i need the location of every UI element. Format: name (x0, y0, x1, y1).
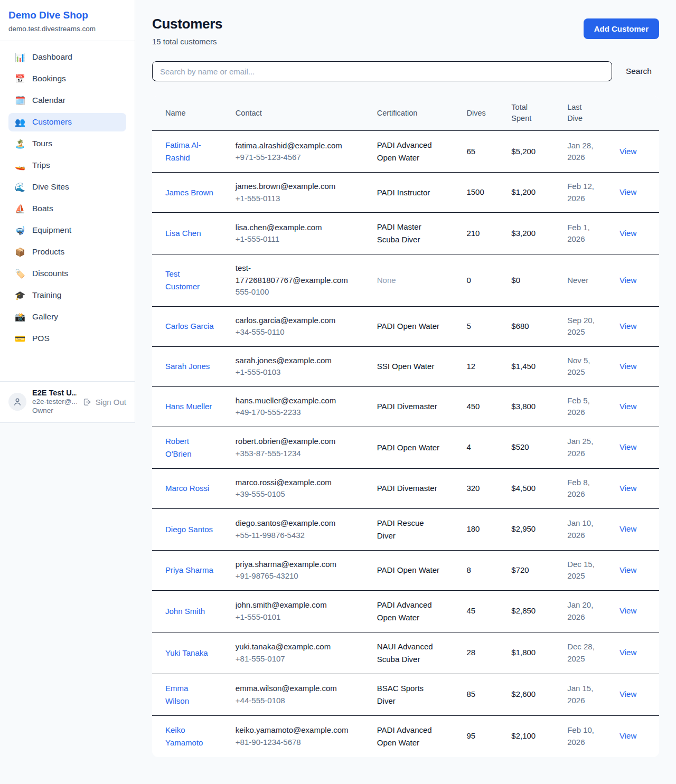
shop-domain: demo.test.divestreams.com (8, 25, 126, 33)
sidebar-item-tours[interactable]: 🏝️ Tours (8, 135, 126, 153)
customer-total-spent: $1,800 (511, 648, 536, 657)
customer-name-link[interactable]: Carlos Garcia (165, 320, 214, 333)
sidebar-item-label: Bookings (32, 74, 66, 83)
people-icon: 👥 (15, 117, 25, 127)
table-row: Yuki Tanaka yuki.tanaka@example.com +81-… (152, 632, 659, 674)
sidebar-item-dive-sites[interactable]: 🌊 Dive Sites (8, 178, 126, 196)
avatar (8, 393, 26, 411)
sidebar-item-label: Gallery (32, 312, 58, 322)
table-row: Priya Sharma priya.sharma@example.com +9… (152, 550, 659, 590)
view-customer-link[interactable]: View (619, 689, 636, 698)
sidebar-item-dashboard[interactable]: 📊 Dashboard (8, 48, 126, 67)
customer-last-dive: Jan 28, 2026 (567, 140, 600, 164)
sidebar-item-bookings[interactable]: 📅 Bookings (8, 70, 126, 88)
sidebar-item-products[interactable]: 📦 Products (8, 243, 126, 261)
customer-dives: 8 (466, 565, 471, 574)
customer-dives: 95 (466, 731, 475, 740)
sidebar-item-gallery[interactable]: 📸 Gallery (8, 308, 126, 326)
customer-dives: 320 (466, 484, 480, 493)
customer-name-link[interactable]: Robert O'Brien (165, 435, 214, 460)
sidebar-item-calendar[interactable]: 🗓️ Calendar (8, 91, 126, 110)
sidebar-item-pos[interactable]: 💳 POS (8, 329, 126, 348)
customer-phone: +1-555-0101 (236, 611, 364, 624)
customer-total-spent: $1,200 (511, 187, 536, 196)
island-icon: 🏝️ (15, 139, 25, 149)
view-customer-link[interactable]: View (619, 442, 636, 451)
view-customer-link[interactable]: View (619, 322, 636, 330)
customer-certification: PADI Advanced Open Water (377, 139, 442, 164)
customer-name-link[interactable]: Test Customer (165, 268, 214, 293)
bar-chart-icon: 📊 (15, 52, 25, 62)
customer-name-link[interactable]: Emma Wilson (165, 682, 214, 707)
sidebar-item-label: Calendar (32, 96, 65, 105)
table-row: James Brown james.brown@example.com +1-5… (152, 173, 659, 213)
view-customer-link[interactable]: View (619, 276, 636, 285)
sidebar-item-discounts[interactable]: 🏷️ Discounts (8, 265, 126, 283)
customer-total-spent: $3,200 (511, 229, 536, 238)
customer-last-dive: Feb 5, 2026 (567, 395, 600, 419)
sidebar-item-label: Boats (32, 204, 53, 213)
sidebar-item-training[interactable]: 🎓 Training (8, 286, 126, 305)
customer-certification: PADI Open Water (377, 441, 439, 454)
customer-name-link[interactable]: James Brown (165, 186, 213, 199)
search-button[interactable]: Search (618, 67, 659, 76)
user-info: E2E Test U... e2e-tester@... Owner (32, 389, 77, 415)
view-customer-link[interactable]: View (619, 484, 636, 493)
view-customer-link[interactable]: View (619, 648, 636, 657)
search-input[interactable] (152, 61, 612, 81)
customer-phone: 555-0100 (236, 286, 364, 298)
customer-certification: PADI Advanced Open Water (377, 724, 442, 749)
sidebar-item-equipment[interactable]: 🤿 Equipment (8, 221, 126, 240)
customer-name-link[interactable]: Hans Mueller (165, 400, 212, 413)
sidebar-item-label: POS (32, 334, 50, 343)
add-customer-button[interactable]: Add Customer (584, 18, 659, 39)
sidebar-item-trips[interactable]: 🚤 Trips (8, 156, 126, 175)
customer-certification: PADI Divemaster (377, 482, 437, 495)
customer-certification: PADI Master Scuba Diver (377, 221, 442, 246)
view-customer-link[interactable]: View (619, 524, 636, 533)
view-customer-link[interactable]: View (619, 565, 636, 574)
customer-name-link[interactable]: Marco Rossi (165, 482, 209, 495)
sidebar-item-boats[interactable]: ⛵ Boats (8, 200, 126, 218)
customer-total-spent: $2,850 (511, 606, 536, 615)
customer-total-spent: $2,600 (511, 689, 536, 698)
view-customer-link[interactable]: View (619, 731, 636, 740)
sidebar-item-label: Equipment (32, 225, 71, 235)
view-customer-link[interactable]: View (619, 229, 636, 238)
customer-name-link[interactable]: Lisa Chen (165, 227, 201, 240)
customer-name-link[interactable]: Sarah Jones (165, 360, 210, 373)
sign-out-label: Sign Out (96, 398, 126, 407)
view-customer-link[interactable]: View (619, 187, 636, 196)
customer-phone: +1-555-0111 (236, 233, 364, 245)
customer-email: robert.obrien@example.com (236, 436, 351, 448)
customer-last-dive: Feb 8, 2026 (567, 477, 600, 500)
customer-dives: 1500 (466, 187, 484, 196)
customer-certification: None (377, 274, 396, 287)
customer-email: marco.rossi@example.com (236, 477, 351, 489)
column-header-total-spent: Total Spent (505, 96, 561, 131)
sidebar-item-customers[interactable]: 👥 Customers (8, 113, 126, 131)
view-customer-link[interactable]: View (619, 147, 636, 156)
customer-name-link[interactable]: Priya Sharma (165, 564, 213, 577)
table-row: Marco Rossi marco.rossi@example.com +39-… (152, 468, 659, 508)
view-customer-link[interactable]: View (619, 362, 636, 371)
sidebar-item-label: Customers (32, 117, 72, 127)
customer-certification: PADI Divemaster (377, 400, 437, 413)
customer-name-link[interactable]: Keiko Yamamoto (165, 724, 214, 749)
table-row: Hans Mueller hans.mueller@example.com +4… (152, 386, 659, 427)
customer-name-link[interactable]: Yuki Tanaka (165, 647, 208, 659)
view-customer-link[interactable]: View (619, 402, 636, 411)
customer-total-spent: $2,100 (511, 731, 536, 740)
sign-out-button[interactable]: Sign Out (82, 398, 126, 407)
view-customer-link[interactable]: View (619, 606, 636, 615)
customer-name-link[interactable]: Fatima Al-Rashid (165, 139, 214, 164)
customer-name-link[interactable]: Diego Santos (165, 523, 213, 536)
customer-total-spent: $520 (511, 442, 529, 451)
sidebar-item-label: Discounts (32, 269, 68, 278)
customer-last-dive: Jan 20, 2026 (567, 599, 600, 623)
customer-certification: PADI Advanced Open Water (377, 599, 442, 624)
customer-dives: 210 (466, 229, 480, 238)
customer-phone: +44-555-0108 (236, 695, 364, 707)
customer-name-link[interactable]: John Smith (165, 605, 205, 618)
column-header-name: Name (152, 96, 229, 131)
